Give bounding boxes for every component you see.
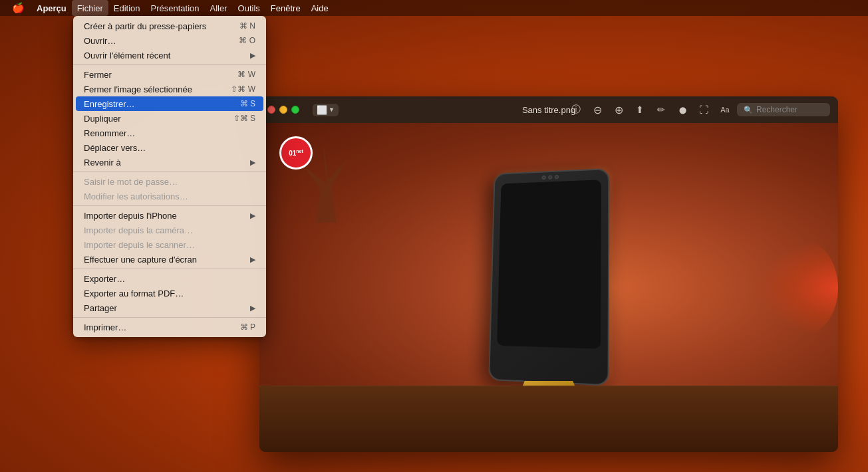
logo-badge: 01net	[279, 136, 313, 170]
menu-item-print[interactable]: Imprimer… ⌘ P	[73, 320, 266, 334]
search-icon: 🔍	[744, 106, 753, 114]
apple-icon: 🍎	[12, 2, 25, 14]
camera-lens-1	[542, 176, 546, 179]
share-button[interactable]: ⬆	[631, 100, 649, 119]
traffic-lights	[267, 106, 299, 114]
window-title: Sans titre.png	[522, 105, 575, 115]
menu-item-screenshot[interactable]: Effectuer une capture d'écran ▶	[73, 252, 266, 267]
menu-item-close-selected[interactable]: Fermer l'image sélectionnée ⇧⌘ W	[73, 82, 266, 96]
minimize-button[interactable]	[279, 106, 287, 114]
menu-item-modify-permissions: Modifier les autorisations…	[73, 189, 266, 203]
close-button[interactable]	[267, 106, 275, 114]
toolbar-icons: ⓘ ⊖ ⊕ ⬆ ✏ ⬤ ⛶ Aa 🔍	[567, 100, 830, 119]
phone-container	[489, 168, 609, 381]
separator-5	[73, 317, 266, 318]
menubar: 🍎 Aperçu Fichier Edition Présentation Al…	[0, 0, 868, 16]
separator-4	[73, 269, 266, 269]
camera-lens-3	[555, 175, 559, 179]
fullscreen-icon: ⛶	[699, 104, 708, 115]
file-dropdown-menu: Créer à partir du presse-papiers ⌘ N Ouv…	[73, 16, 266, 337]
aide-menu[interactable]: Aide	[306, 0, 334, 16]
apple-menu[interactable]: 🍎	[5, 0, 31, 16]
window-titlebar: ⬜ ▼ Sans titre.png ⓘ ⊖ ⊕ ⬆ ✏ ⬤	[259, 96, 838, 123]
maximize-button[interactable]	[291, 106, 299, 114]
menu-item-import-camera: Importer depuis la caméra…	[73, 223, 266, 237]
menu-item-close[interactable]: Fermer ⌘ W	[73, 67, 266, 82]
menu-item-rename[interactable]: Renommer…	[73, 126, 266, 140]
chevron-down-icon: ▼	[329, 106, 335, 113]
menu-item-export-pdf[interactable]: Exporter au format PDF…	[73, 286, 266, 300]
accessibility-button[interactable]: Aa	[716, 100, 734, 119]
menu-item-duplicate[interactable]: Dupliquer ⇧⌘ S	[73, 111, 266, 126]
accessibility-icon: Aa	[720, 106, 729, 114]
fichier-menu[interactable]: Fichier	[72, 0, 108, 16]
window-content: 01net	[259, 123, 838, 452]
phone-scene: 01net	[259, 123, 838, 452]
zoom-out-button[interactable]: ⊖	[588, 100, 607, 119]
camera-area	[542, 175, 559, 179]
fullscreen-button[interactable]: ⛶	[694, 100, 713, 119]
menu-item-open-recent[interactable]: Ouvrir l'élément récent ▶	[73, 48, 266, 62]
edit-icon: ✏	[657, 104, 665, 115]
menu-item-open[interactable]: Ouvrir… ⌘ O	[73, 33, 266, 48]
phone-screen	[497, 179, 601, 349]
menu-item-export[interactable]: Exporter…	[73, 271, 266, 286]
zoom-in-icon: ⊕	[615, 104, 623, 116]
menu-item-move-to[interactable]: Déplacer vers…	[73, 140, 266, 155]
menu-item-import-scanner: Importer depuis le scanner…	[73, 237, 266, 252]
app-name[interactable]: Aperçu	[31, 0, 72, 16]
aller-menu[interactable]: Aller	[205, 0, 233, 16]
menu-item-create-from-clipboard[interactable]: Créer à partir du presse-papiers ⌘ N	[73, 19, 266, 33]
sidebar-icon: ⬜	[317, 105, 327, 115]
sidebar-toggle[interactable]: ⬜ ▼	[313, 104, 339, 116]
toolbar-left: ⬜ ▼	[313, 104, 339, 116]
lamp-glow	[758, 238, 838, 338]
adjust-button[interactable]: ⬤	[673, 100, 692, 119]
search-placeholder: Rechercher	[756, 105, 797, 114]
camera-lens-2	[548, 175, 552, 179]
zoom-in-button[interactable]: ⊕	[609, 100, 628, 119]
outils-menu[interactable]: Outils	[233, 0, 265, 16]
fenetre-menu[interactable]: Fenêtre	[265, 0, 306, 16]
menu-item-import-iphone[interactable]: Importer depuis l'iPhone ▶	[73, 208, 266, 223]
edition-menu[interactable]: Edition	[108, 0, 146, 16]
menu-item-share[interactable]: Partager ▶	[73, 300, 266, 315]
adjust-icon: ⬤	[679, 106, 686, 114]
search-box[interactable]: 🔍 Rechercher	[737, 103, 830, 116]
edit-button[interactable]: ✏	[652, 100, 670, 119]
separator-2	[73, 172, 266, 172]
table-surface	[259, 386, 838, 452]
phone-device	[488, 168, 609, 386]
menu-item-revert-to[interactable]: Revenir à ▶	[73, 155, 266, 170]
separator-3	[73, 205, 266, 206]
presentation-menu[interactable]: Présentation	[146, 0, 205, 16]
share-icon: ⬆	[636, 104, 644, 115]
preview-window: ⬜ ▼ Sans titre.png ⓘ ⊖ ⊕ ⬆ ✏ ⬤	[259, 96, 838, 452]
separator-1	[73, 64, 266, 65]
menu-item-enter-password: Saisir le mot de passe…	[73, 174, 266, 189]
menu-item-save[interactable]: Enregistrer… ⌘ S	[76, 96, 263, 111]
logo-text: 01net	[289, 149, 303, 157]
zoom-out-icon: ⊖	[593, 104, 602, 116]
